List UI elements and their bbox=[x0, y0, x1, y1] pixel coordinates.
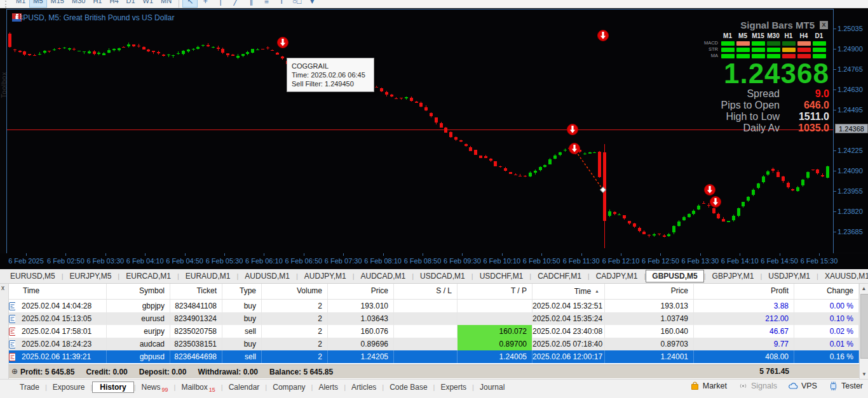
fibonacci-tool[interactable]: ≡ bbox=[259, 0, 274, 8]
timeframe-button-w1[interactable]: W1 bbox=[139, 0, 158, 8]
column-header-change[interactable]: Change bbox=[794, 284, 859, 299]
column-header-ticket[interactable]: Ticket bbox=[170, 284, 222, 299]
cell-close-price: 160.040 bbox=[605, 325, 694, 338]
time-axis-tick bbox=[105, 253, 106, 256]
timeframe-button-h1[interactable]: H1 bbox=[89, 0, 105, 8]
status-item-vps[interactable]: VPS bbox=[789, 381, 817, 390]
toolbox-tab-journal[interactable]: Journal bbox=[474, 382, 510, 392]
history-table-rows: 2025.02.04 14:04:28gbpjpy8234841108buy21… bbox=[9, 300, 859, 363]
scroll-down-icon[interactable]: ▼ bbox=[860, 369, 868, 379]
tab-label: Trade bbox=[20, 383, 39, 392]
sell-signal-icon[interactable] bbox=[569, 143, 580, 154]
timeframe-button-m30[interactable]: M30 bbox=[68, 0, 89, 8]
signal-col-m5: M5 bbox=[735, 32, 750, 40]
status-item-signals[interactable]: Signals bbox=[738, 381, 777, 390]
tab-label: Journal bbox=[480, 383, 505, 392]
column-header-price[interactable]: Price bbox=[328, 284, 394, 299]
toolbox-tab-alerts[interactable]: Alerts bbox=[313, 382, 344, 392]
column-header-sl[interactable]: S / L bbox=[394, 284, 458, 299]
scroll-up-icon[interactable]: ▲ bbox=[860, 284, 868, 293]
column-header-volume[interactable]: Volume bbox=[262, 284, 328, 299]
sell-signal-icon[interactable] bbox=[567, 124, 578, 135]
chart-tab-gbpjpy-m1[interactable]: GBPJPY,M1 bbox=[706, 270, 761, 282]
crosshair-tool[interactable]: + bbox=[198, 0, 213, 8]
history-row-eurjpy[interactable]: 2025.02.04 17:58:01eurjpy8235020758sell2… bbox=[9, 325, 859, 338]
chart-tab-audcad-m1[interactable]: AUDCAD,M1 bbox=[355, 270, 412, 282]
column-header-time[interactable]: Time bbox=[20, 284, 107, 299]
toolbar-separator bbox=[179, 0, 179, 8]
sell-signal-icon[interactable] bbox=[278, 37, 288, 48]
timeframe-button-mn[interactable]: MN bbox=[157, 0, 175, 8]
column-header-symbol[interactable]: Symbol bbox=[107, 284, 170, 299]
timeframe-button-m15[interactable]: M15 bbox=[47, 0, 68, 8]
toolbox-tab-exposure[interactable]: Exposure bbox=[47, 382, 91, 392]
time-axis-label: 6 Feb 14:50 bbox=[761, 257, 798, 265]
cell-change: 0.02 % bbox=[794, 325, 859, 338]
toolbox-tab-news[interactable]: News99 bbox=[136, 382, 174, 392]
history-row-eurusd[interactable]: 2025.02.04 15:13:05eurusd8234901324buy21… bbox=[9, 312, 859, 325]
chart-tab-audjpy-m1[interactable]: AUDJPY,M1 bbox=[298, 270, 353, 282]
chart-tab-eurusd-m5[interactable]: EURUSD,M5 bbox=[4, 270, 62, 282]
timeframe-button-d1[interactable]: D1 bbox=[123, 0, 139, 8]
toolbox-tab-trade[interactable]: Trade bbox=[14, 382, 45, 392]
chart-plot[interactable]: GBPUSD, M5: Great British Pound vs US Do… bbox=[6, 9, 834, 254]
status-label: Market bbox=[703, 381, 727, 390]
chart-tab-eurcad-m1[interactable]: EURCAD,M1 bbox=[119, 270, 177, 282]
cell-close-time: 2025.02.04 15:35:24 bbox=[532, 312, 605, 325]
column-header-tp[interactable]: T / P bbox=[458, 284, 532, 299]
toolbox-close-icon[interactable]: x bbox=[1, 285, 4, 291]
toolbox-vertical-label[interactable]: Toolbox bbox=[0, 72, 9, 98]
toolbox-tab-company[interactable]: Company bbox=[267, 382, 311, 392]
shapes-tool[interactable]: ○□ bbox=[289, 0, 304, 8]
status-item-market[interactable]: Market bbox=[690, 381, 727, 390]
timeframe-button-m5[interactable]: M5 bbox=[29, 0, 46, 8]
toolbox-tab-history[interactable]: History bbox=[92, 381, 133, 393]
channel-tool[interactable]: ∥ bbox=[243, 0, 259, 8]
chart-tab-usdcad-m1[interactable]: USDCAD,M1 bbox=[414, 270, 471, 282]
toolbox-tab-experts[interactable]: Experts bbox=[435, 382, 472, 392]
column-header-profit[interactable]: Profit bbox=[694, 284, 794, 299]
cell-change: 0.01 % bbox=[794, 338, 859, 350]
sell-signal-icon[interactable] bbox=[598, 30, 609, 41]
trendline-tool[interactable]: ╱ bbox=[228, 0, 243, 8]
toolbar-grip[interactable] bbox=[5, 1, 8, 8]
column-header-time[interactable]: Time▲ bbox=[532, 284, 605, 299]
chart-tab-usdchf-m1[interactable]: USDCHF,M1 bbox=[473, 270, 530, 282]
time-axis[interactable]: 6 Feb 20256 Feb 02:506 Feb 03:306 Feb 04… bbox=[0, 253, 868, 269]
chart-tab-gbpusd-m5[interactable]: GBPUSD,M5 bbox=[646, 270, 703, 282]
sell-signal-icon[interactable] bbox=[705, 185, 715, 196]
time-axis-tick bbox=[780, 253, 780, 256]
toolbox-tab-mailbox[interactable]: Mailbox15 bbox=[175, 382, 220, 392]
scrollbar-thumb[interactable] bbox=[860, 294, 868, 359]
column-header-type[interactable]: Type bbox=[222, 284, 262, 299]
price-axis[interactable]: 1.250351.249001.247651.246301.244951.242… bbox=[834, 9, 868, 253]
history-row-gbpusd[interactable]: 2025.02.06 11:39:21gbpusd8236464698sell2… bbox=[9, 350, 859, 363]
column-header-price[interactable]: Price bbox=[605, 284, 694, 299]
dropdown-arrow[interactable]: ▾ bbox=[304, 0, 320, 8]
status-item-tester[interactable]: Tester bbox=[829, 381, 863, 390]
expand-summary-icon[interactable]: ⊕ bbox=[9, 365, 20, 378]
text-tool[interactable]: T bbox=[274, 0, 289, 8]
time-axis-tick bbox=[502, 253, 503, 256]
timeframe-button-m1[interactable]: M1 bbox=[12, 0, 29, 8]
chart-tab-audusd-m1[interactable]: AUDUSD,M1 bbox=[238, 270, 296, 282]
chart-tab-xauusd-m1[interactable]: XAUUSD,M1 bbox=[818, 270, 868, 282]
toolbox-tab-calendar[interactable]: Calendar bbox=[223, 382, 266, 392]
toolbox-tab-code-base[interactable]: Code Base bbox=[384, 382, 433, 392]
chart-tab-eurjpy-m5[interactable]: EURJPY,M5 bbox=[64, 270, 118, 282]
history-row-audcad[interactable]: 2025.02.04 18:24:23audcad8235038151buy20… bbox=[9, 338, 859, 350]
time-axis-label: 6 Feb 03:30 bbox=[86, 257, 124, 265]
vertical-line-tool[interactable]: | bbox=[213, 0, 228, 8]
chart-tab-euraud-m1[interactable]: EURAUD,M1 bbox=[179, 270, 237, 282]
history-row-gbpjpy[interactable]: 2025.02.04 14:04:28gbpjpy8234841108buy21… bbox=[9, 300, 859, 312]
toolbox-tab-articles[interactable]: Articles bbox=[346, 382, 382, 392]
sell-signal-icon[interactable] bbox=[710, 197, 721, 208]
cursor-tool[interactable]: ↖ bbox=[182, 0, 198, 8]
timeframe-button-h4[interactable]: H4 bbox=[105, 0, 122, 8]
chart-tab-cadjpy-m1[interactable]: CADJPY,M1 bbox=[590, 270, 644, 282]
top-toolbar: M1M5M15M30H1H4D1W1MN ↖+|╱∥≡T○□▾ bbox=[0, 0, 868, 8]
time-axis-tick bbox=[660, 253, 661, 256]
signal-panel-close-icon[interactable]: X bbox=[820, 21, 828, 29]
chart-tab-cadchf-m1[interactable]: CADCHF,M1 bbox=[531, 270, 588, 282]
chart-tab-usdjpy-m1[interactable]: USDJPY,M1 bbox=[762, 270, 817, 282]
